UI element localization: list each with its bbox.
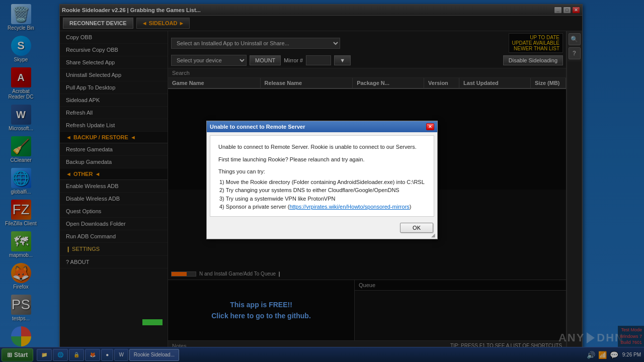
dialog-step-3: 3) Try using a systemwide VPN like Proto…	[219, 195, 426, 203]
dialog-ok-button[interactable]: OK	[400, 223, 433, 233]
error-dialog: Unable to connect to Remote Server ✕ Una…	[206, 121, 438, 239]
dialog-titlebar: Unable to connect to Remote Server ✕	[207, 121, 437, 132]
dialog-message-2: First time launching Rookie? Please rela…	[218, 155, 426, 164]
dialog-steps: 1) Move the Rookie directory (Folder con…	[219, 178, 426, 211]
dialog-things-label: Things you can try:	[218, 167, 426, 176]
dialog-title: Unable to connect to Remote Server	[210, 124, 305, 130]
dialog-step-2: 2) Try changing your systems DNS to eith…	[219, 186, 426, 195]
dialog-footer-buttons: OK	[207, 220, 437, 237]
dialog-message-1: Unable to connect to Remote Server. Rook…	[218, 143, 426, 151]
dialog-footer: OK ◢	[207, 220, 437, 239]
dialog-step-1: 1) Move the Rookie directory (Folder con…	[219, 178, 426, 187]
dialog-resize-handle[interactable]: ◢	[431, 232, 435, 238]
dialog-overlay: Unable to connect to Remote Server ✕ Una…	[0, 0, 644, 362]
dialog-step-4: 4) Sponsor a private server (https://vrp…	[219, 203, 426, 211]
dialog-close-button[interactable]: ✕	[426, 123, 434, 130]
dialog-body: Unable to connect to Remote Server. Rook…	[210, 135, 434, 217]
dialog-link[interactable]: https://vrpirates.wiki/en/Howto/sponsore…	[289, 204, 409, 210]
